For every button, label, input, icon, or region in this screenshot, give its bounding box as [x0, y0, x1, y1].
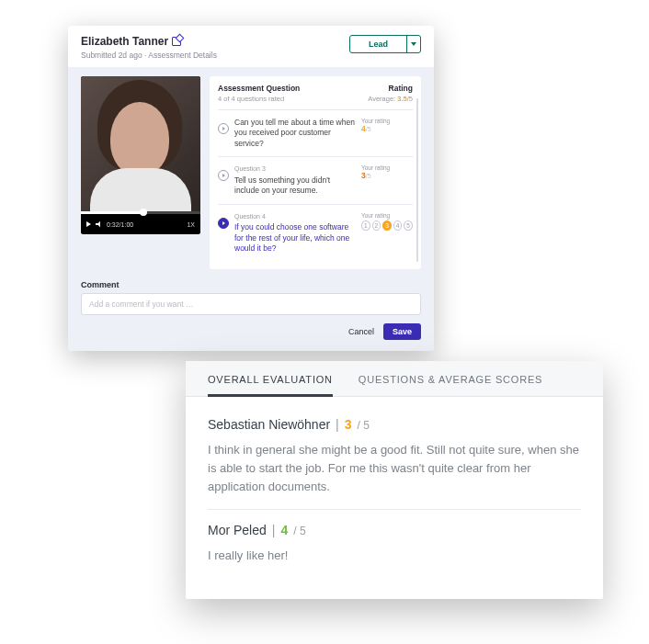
rating-header: Rating	[368, 84, 413, 93]
assessment-panel: Elizabeth Tanner Submitted 2d ago · Asse…	[68, 26, 434, 351]
video-player[interactable]: 0:32/1:00 1X	[81, 76, 200, 234]
evaluation-header: Mor Peled|4/ 5	[208, 523, 581, 537]
evaluation-text: I think in general she might be a good f…	[208, 441, 581, 496]
tab-questions[interactable]: QUESTIONS & AVERAGE SCORES	[359, 374, 542, 396]
comment-input[interactable]: Add a comment if you want …	[81, 293, 421, 315]
video-progress-knob[interactable]	[140, 209, 147, 216]
comment-placeholder: Add a comment if you want …	[89, 299, 193, 309]
submitted-line: Submitted 2d ago · Assessment Details	[81, 51, 217, 60]
question-label: Question 3	[234, 164, 356, 173]
rating-dot[interactable]: 4	[393, 220, 403, 231]
question-panel: Assessment Question 4 of 4 questions rat…	[210, 76, 421, 269]
evaluation: Mor Peled|4/ 5I really like her!	[208, 509, 581, 578]
evaluation-score: 4	[280, 523, 288, 537]
play-icon[interactable]	[86, 221, 91, 227]
question-rating: Your rating4/5	[361, 118, 413, 149]
rating-dot[interactable]: 1	[361, 220, 370, 231]
evaluation-header: Sebastian Niewöhner|3/ 5	[208, 417, 581, 432]
tab-overall[interactable]: OVERALL EVALUATION	[208, 374, 333, 397]
evaluation-score-of: / 5	[358, 419, 370, 432]
average-line: Average: 3.5/5	[368, 95, 413, 103]
volume-icon[interactable]	[96, 221, 102, 228]
panel-body: 0:32/1:00 1X Assessment Question 4 of 4 …	[68, 67, 434, 351]
chevron-down-icon	[411, 42, 416, 46]
rating-dots[interactable]: 12345	[361, 220, 413, 231]
evaluator-name: Mor Peled	[208, 523, 267, 537]
question-text: Question 3Tell us something you didn't i…	[234, 164, 356, 196]
evaluator-name: Sebastian Niewöhner	[208, 417, 330, 432]
comment-label: Comment	[81, 280, 421, 289]
evaluation-score-of: / 5	[293, 525, 305, 537]
video-frame	[81, 76, 200, 214]
question-row[interactable]: Question 3Tell us something you didn't i…	[218, 156, 413, 203]
question-text: Question 4If you could choose one softwa…	[234, 212, 356, 254]
question-row[interactable]: Question 4If you could choose one softwa…	[218, 204, 413, 262]
candidate-name: Elizabeth Tanner	[81, 35, 217, 48]
candidate-name-text: Elizabeth Tanner	[81, 35, 168, 48]
question-play-button[interactable]	[218, 218, 229, 229]
question-play-button[interactable]	[218, 170, 229, 181]
evaluation: Sebastian Niewöhner|3/ 5I think in gener…	[208, 413, 581, 509]
evaluation-text: I really like her!	[208, 547, 581, 565]
rating-dot[interactable]: 5	[404, 220, 413, 231]
eval-tabs: OVERALL EVALUATION QUESTIONS & AVERAGE S…	[186, 361, 603, 397]
question-play-button[interactable]	[218, 123, 229, 134]
rating-dot[interactable]: 2	[372, 220, 381, 231]
evaluation-card: OVERALL EVALUATION QUESTIONS & AVERAGE S…	[186, 361, 603, 599]
evaluation-score: 3	[345, 417, 352, 432]
question-text: Can you tell me about a time when you re…	[234, 118, 356, 149]
question-panel-title: Assessment Question	[218, 84, 300, 93]
video-controls[interactable]: 0:32/1:00 1X	[81, 214, 200, 234]
edit-icon[interactable]	[172, 37, 181, 46]
video-quality[interactable]: 1X	[187, 221, 195, 228]
question-label: Question 4	[234, 212, 356, 220]
question-rating: Your rating3/5	[361, 164, 413, 196]
video-time: 0:32/1:00	[107, 221, 133, 228]
stage-dropdown-toggle[interactable]	[407, 36, 420, 52]
save-button[interactable]: Save	[383, 323, 421, 340]
panel-header: Elizabeth Tanner Submitted 2d ago · Asse…	[68, 26, 434, 67]
question-progress: 4 of 4 questions rated	[218, 95, 300, 103]
cancel-button[interactable]: Cancel	[348, 327, 374, 336]
stage-label: Lead	[350, 36, 407, 52]
video-progress-fill	[81, 211, 143, 214]
stage-dropdown[interactable]: Lead	[349, 35, 421, 53]
evaluations-list: Sebastian Niewöhner|3/ 5I think in gener…	[186, 397, 603, 599]
rating-dot[interactable]: 3	[382, 220, 392, 231]
question-row[interactable]: Can you tell me about a time when you re…	[218, 109, 413, 156]
question-rating: Your rating12345	[361, 212, 413, 254]
